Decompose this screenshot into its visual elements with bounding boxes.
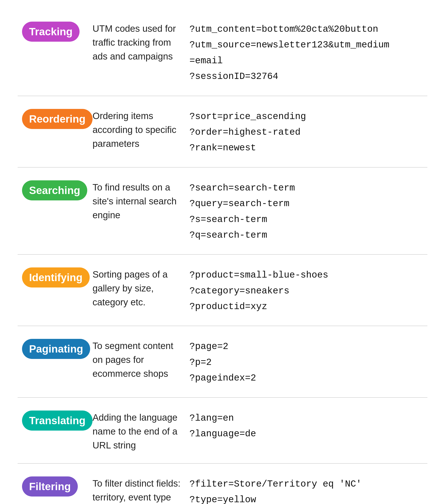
badge-col-reordering: Reordering xyxy=(22,107,84,129)
badge-col-paginating: Paginating xyxy=(22,337,84,359)
main-content: TrackingUTM codes used for traffic track… xyxy=(0,0,445,504)
badge-col-tracking: Tracking xyxy=(22,20,84,42)
desc-paginating: To segment content on pages for ecommerc… xyxy=(93,337,181,380)
row-identifying: IdentifyingSorting pages of a gallery by… xyxy=(18,255,427,326)
badge-col-searching: Searching xyxy=(22,179,84,200)
row-filtering: FilteringTo filter distinct fields: terr… xyxy=(18,464,427,504)
desc-translating: Adding the language name to the end of a… xyxy=(93,409,181,452)
badge-reordering: Reordering xyxy=(22,109,93,129)
badge-paginating: Paginating xyxy=(22,339,90,359)
desc-reordering: Ordering items according to specific par… xyxy=(93,107,181,151)
examples-translating: ?lang=en?language=de xyxy=(189,409,423,442)
row-searching: SearchingTo find results on a site's int… xyxy=(18,168,427,255)
badge-col-filtering: Filtering xyxy=(22,475,84,497)
row-translating: TranslatingAdding the language name to t… xyxy=(18,398,427,464)
examples-tracking: ?utm_content=bottom%20cta%20button?utm_s… xyxy=(189,20,423,85)
desc-searching: To find results on a site's internal sea… xyxy=(93,179,181,222)
row-tracking: TrackingUTM codes used for traffic track… xyxy=(18,9,427,96)
row-reordering: ReorderingOrdering items according to sp… xyxy=(18,96,427,168)
badge-tracking: Tracking xyxy=(22,22,80,42)
badge-col-translating: Translating xyxy=(22,409,84,431)
badge-searching: Searching xyxy=(22,180,87,200)
desc-identifying: Sorting pages of a gallery by size, cate… xyxy=(93,266,181,309)
examples-filtering: ?filter=Store/Territory eq 'NC'?type=yel… xyxy=(189,475,423,504)
examples-searching: ?search=search-term?query=search-term?s=… xyxy=(189,179,423,243)
desc-tracking: UTM codes used for traffic tracking from… xyxy=(93,20,181,63)
examples-reordering: ?sort=price_ascending?order=highest-rate… xyxy=(189,107,423,156)
examples-paginating: ?page=2?p=2?pageindex=2 xyxy=(189,337,423,386)
badge-filtering: Filtering xyxy=(22,476,78,497)
row-paginating: PaginatingTo segment content on pages fo… xyxy=(18,326,427,397)
examples-identifying: ?product=small-blue-shoes?category=sneak… xyxy=(189,266,423,315)
badge-col-identifying: Identifying xyxy=(22,266,84,288)
desc-filtering: To filter distinct fields: territory, ev… xyxy=(93,475,181,504)
badge-identifying: Identifying xyxy=(22,268,90,288)
badge-translating: Translating xyxy=(22,411,93,431)
